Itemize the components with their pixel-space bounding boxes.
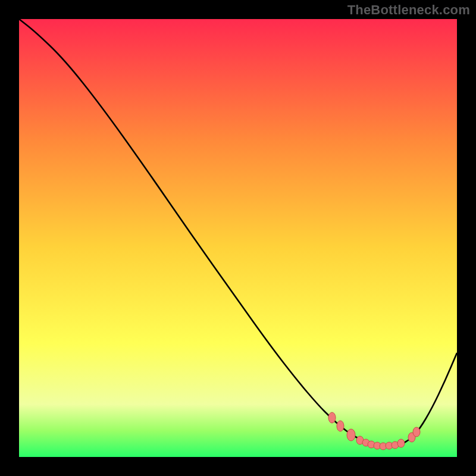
optimal-dot [328, 412, 336, 423]
optimal-dot [413, 427, 420, 437]
optimal-dot [337, 421, 344, 431]
optimal-dot [347, 429, 355, 441]
attribution-label: TheBottleneck.com [347, 2, 470, 18]
chart-canvas [0, 0, 476, 476]
optimal-dot [397, 439, 405, 447]
bottleneck-chart: TheBottleneck.com [0, 0, 476, 476]
